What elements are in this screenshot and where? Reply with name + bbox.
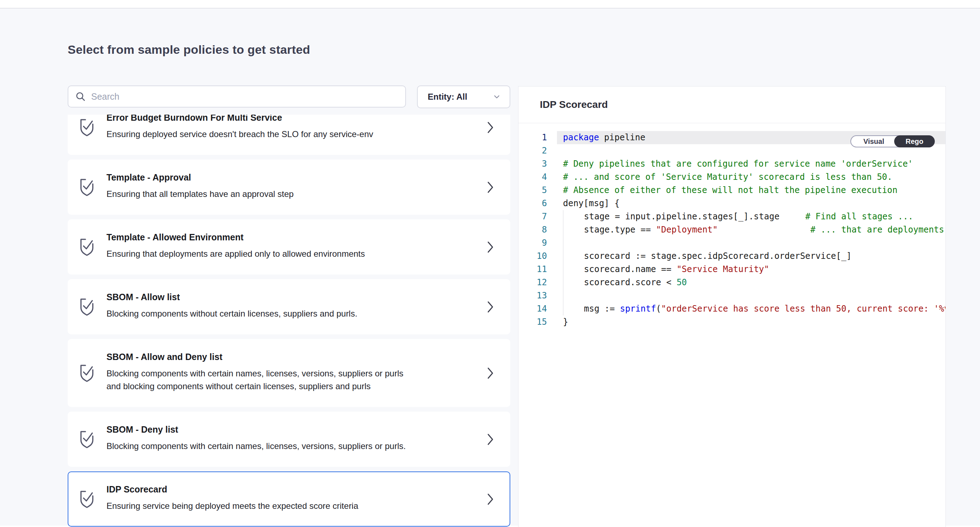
code-line: 9 (519, 236, 945, 250)
rego-code-viewer[interactable]: 1package pipeline23# Deny pipelines that… (519, 123, 945, 329)
code-text: stage.type == "Deployment" # ... that ar… (563, 223, 945, 236)
policy-shield-check-icon (79, 363, 95, 383)
chevron-right-icon (487, 493, 494, 505)
detail-header: IDP Scorecard (519, 86, 945, 123)
policy-card[interactable]: Error Budget Burndown For Multi Service … (68, 115, 510, 155)
chevron-right-icon (487, 121, 494, 134)
code-line: 11 scorecard.name == "Service Maturity" (519, 263, 945, 276)
policy-title: SBOM - Allow list (107, 292, 467, 303)
policy-card[interactable]: SBOM - Allow and Deny list Blocking comp… (68, 339, 510, 407)
policy-list-viewport: Error Budget Burndown For Multi Service … (68, 115, 510, 527)
policy-shield-check-icon (79, 490, 95, 509)
chevron-right-icon (487, 367, 494, 379)
line-number: 1 (519, 131, 547, 144)
code-text: msg := sprintf("orderService has score l… (563, 303, 945, 315)
search-icon (75, 92, 86, 102)
policy-detail-panel: IDP Scorecard 1package pipeline23# Deny … (518, 86, 946, 527)
policy-title: SBOM - Deny list (107, 424, 467, 435)
entity-filter-label: Entity: All (428, 92, 467, 102)
code-line: 8 stage.type == "Deployment" # ... that … (519, 223, 945, 236)
policy-title: Template - Allowed Environment (107, 232, 467, 242)
policy-description: Ensuring that all templates have an appr… (107, 188, 420, 201)
code-mode-toggle: Visual Rego (850, 135, 935, 147)
policy-shield-check-icon (79, 237, 95, 257)
code-line: 4# ... and score of 'Service Maturity' s… (519, 170, 945, 184)
policy-description: Blocking components with certain names, … (107, 440, 420, 452)
line-number: 5 (519, 184, 547, 197)
search-input[interactable] (91, 92, 398, 102)
code-line: 10 scorecard := stage.spec.idpScorecard.… (519, 250, 945, 263)
policy-card[interactable]: Template - Approval Ensuring that all te… (68, 159, 510, 215)
line-number: 9 (519, 236, 547, 250)
line-number: 7 (519, 210, 547, 223)
code-text: deny[msg] { (563, 197, 945, 210)
policy-description: Blocking components without certain lice… (107, 307, 420, 320)
code-text (563, 289, 945, 303)
code-text: } (563, 315, 945, 329)
visual-mode-button[interactable]: Visual (851, 136, 894, 147)
chevron-right-icon (487, 301, 494, 313)
line-number: 8 (519, 223, 547, 236)
code-text: # Deny pipelines that are configured for… (563, 158, 945, 170)
code-text: # ... and score of 'Service Maturity' sc… (563, 170, 945, 184)
policy-card[interactable]: Template - Allowed Environment Ensuring … (68, 219, 510, 275)
line-number: 4 (519, 170, 547, 184)
sample-policies-page: Select from sample policies to get start… (0, 8, 980, 525)
policy-shield-check-icon (79, 118, 95, 137)
list-controls: Entity: All (68, 86, 510, 108)
policy-description: Ensuring service being deployed meets th… (107, 500, 420, 513)
line-number: 11 (519, 263, 547, 276)
policy-shield-check-icon (79, 297, 95, 317)
code-line: 6deny[msg] { (519, 197, 945, 210)
policy-title: Template - Approval (107, 172, 467, 183)
chevron-right-icon (487, 241, 494, 253)
entity-filter-dropdown[interactable]: Entity: All (417, 86, 510, 108)
policy-description: Ensuring deployed service doesn't breach… (107, 128, 420, 141)
code-text: stage = input.pipeline.stages[_].stage #… (563, 210, 945, 223)
policy-title: IDP Scorecard (107, 484, 467, 495)
line-number: 10 (519, 250, 547, 263)
code-line: 13 (519, 289, 945, 303)
page-title: Select from sample policies to get start… (68, 43, 310, 57)
line-number: 13 (519, 289, 547, 303)
chevron-down-icon (493, 92, 501, 101)
policy-list: Error Budget Burndown For Multi Service … (68, 115, 510, 527)
code-line: 3# Deny pipelines that are configured fo… (519, 158, 945, 170)
search-box[interactable] (68, 86, 406, 108)
code-text (563, 236, 945, 250)
code-line: 15} (519, 315, 945, 329)
line-number: 2 (519, 144, 547, 158)
policy-shield-check-icon (79, 178, 95, 197)
policy-title: Error Budget Burndown For Multi Service (107, 115, 467, 123)
policy-title: SBOM - Allow and Deny list (107, 352, 467, 362)
detail-title: IDP Scorecard (540, 99, 608, 110)
policy-description: Blocking components with certain names, … (107, 367, 420, 393)
policy-card[interactable]: IDP Scorecard Ensuring service being dep… (68, 471, 510, 527)
policy-card[interactable]: SBOM - Allow list Blocking components wi… (68, 279, 510, 334)
code-text: # Absence of either of these will not ha… (563, 184, 945, 197)
line-number: 12 (519, 276, 547, 289)
line-number: 3 (519, 158, 547, 170)
code-line: 5# Absence of either of these will not h… (519, 184, 945, 197)
code-text: scorecard := stage.spec.idpScorecard.ord… (563, 250, 945, 263)
line-number: 14 (519, 303, 547, 315)
policy-card[interactable]: SBOM - Deny list Blocking components wit… (68, 412, 510, 467)
code-line: 7 stage = input.pipeline.stages[_].stage… (519, 210, 945, 223)
policy-description: Ensuring that deployments are applied on… (107, 247, 420, 260)
code-line: 12 scorecard.score < 50 (519, 276, 945, 289)
code-line: 14 msg := sprintf("orderService has scor… (519, 303, 945, 315)
code-text: scorecard.score < 50 (563, 276, 945, 289)
chevron-right-icon (487, 181, 494, 193)
chevron-right-icon (487, 433, 494, 446)
line-number: 15 (519, 315, 547, 329)
rego-mode-button[interactable]: Rego (894, 135, 935, 147)
top-white-bar (0, 0, 980, 8)
policy-shield-check-icon (79, 430, 95, 449)
line-number: 6 (519, 197, 547, 210)
code-text: scorecard.name == "Service Maturity" (563, 263, 945, 276)
